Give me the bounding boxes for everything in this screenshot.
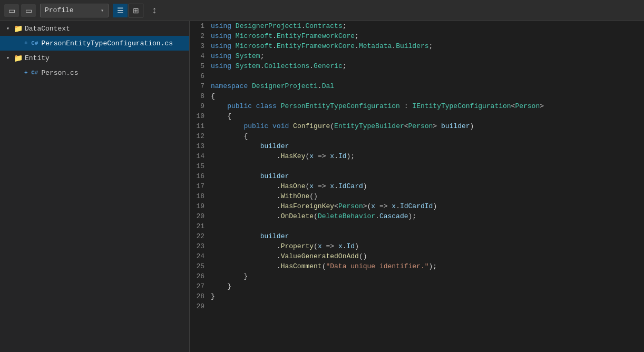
sidebar: ▾ 📁 DataContext + C# PersonEntityTypeCon… [0, 21, 190, 352]
code-line-26: 26 } [190, 271, 644, 281]
code-lines: 1 using DesignerProject1.Contracts; 2 us… [190, 21, 644, 311]
code-line-14: 14 .HasKey(x => x.Id); [190, 151, 644, 161]
entity-chevron: ▾ [4, 55, 12, 61]
entity-folder[interactable]: ▾ 📁 Entity [0, 51, 189, 65]
code-line-1: 1 using DesignerProject1.Contracts; [190, 21, 644, 31]
code-line-10: 10 { [190, 111, 644, 121]
code-line-28: 28 } [190, 291, 644, 301]
datacontext-chevron: ▾ [4, 25, 12, 32]
code-line-15: 15 [190, 161, 644, 171]
code-line-27: 27 } [190, 281, 644, 291]
person-cs-badge: + C# [24, 70, 38, 76]
entity-folder-icon: 📁 [14, 54, 23, 63]
code-line-9: 9 public class PersonEntityTypeConfigura… [190, 101, 644, 111]
code-line-16: 16 builder [190, 171, 644, 181]
datacontext-folder-icon: 📁 [14, 24, 23, 33]
code-line-20: 20 .OnDelete(DeleteBehavior.Cascade); [190, 211, 644, 221]
code-line-3: 3 using Microsoft.EntityFrameworkCore.Me… [190, 41, 644, 51]
code-line-12: 12 { [190, 131, 644, 141]
code-line-19: 19 .HasForeignKey<Person>(x => x.IdCardI… [190, 201, 644, 211]
code-line-6: 6 [190, 71, 644, 81]
person-cs-file[interactable]: + C# Person.cs [0, 65, 189, 80]
tree-view-icon: ⊞ [133, 6, 139, 15]
datacontext-folder[interactable]: ▾ 📁 DataContext [0, 21, 189, 36]
code-line-18: 18 .WithOne() [190, 191, 644, 201]
code-line-5: 5 using System.Collections.Generic; [190, 61, 644, 71]
tree-view-btn[interactable]: ⊞ [129, 4, 143, 17]
person-cs-label: Person.cs [41, 69, 78, 77]
profile-dropdown[interactable]: Profile ▾ [40, 4, 109, 17]
code-line-4: 4 using System; [190, 51, 644, 61]
code-line-8: 8 { [190, 91, 644, 101]
code-line-29: 29 [190, 301, 644, 311]
code-line-24: 24 .ValueGeneratedOnAdd() [190, 251, 644, 261]
person-entity-label: PersonEntityTypeConfiguration.cs [41, 40, 173, 47]
sort-icon: ↕ [152, 5, 157, 16]
person-entity-badge: + C# [24, 40, 38, 46]
code-line-21: 21 [190, 221, 644, 231]
toolbar: ▭ ▭ Profile ▾ ☰ ⊞ ↕ [0, 0, 644, 21]
code-line-17: 17 .HasOne(x => x.IdCard) [190, 181, 644, 191]
code-line-2: 2 using Microsoft.EntityFrameworkCore; [190, 31, 644, 41]
code-editor[interactable]: 1 using DesignerProject1.Contracts; 2 us… [190, 21, 644, 352]
toolbar-btn-2[interactable]: ▭ [21, 4, 36, 17]
toolbar-btn-1[interactable]: ▭ [4, 4, 19, 17]
person-entity-file[interactable]: + C# PersonEntityTypeConfiguration.cs [0, 36, 189, 51]
code-line-25: 25 .HasComment("Data unique identifier."… [190, 261, 644, 271]
profile-arrow: ▾ [101, 7, 104, 14]
toolbar-icons: ▭ ▭ [4, 4, 36, 17]
main-area: ▾ 📁 DataContext + C# PersonEntityTypeCon… [0, 21, 644, 352]
code-line-23: 23 .Property(x => x.Id) [190, 241, 644, 251]
list-view-btn[interactable]: ☰ [113, 4, 128, 17]
datacontext-label: DataContext [25, 25, 70, 33]
entity-label: Entity [25, 54, 50, 62]
code-line-7: 7 namespace DesignerProject1.Dal [190, 81, 644, 91]
list-view-icon: ☰ [117, 6, 124, 15]
sort-btn[interactable]: ↕ [148, 4, 161, 17]
code-line-13: 13 builder [190, 141, 644, 151]
profile-label: Profile [45, 6, 74, 14]
view-btn-group: ☰ ⊞ [113, 4, 143, 17]
code-line-11: 11 public void Configure(EntityTypeBuild… [190, 121, 644, 131]
code-line-22: 22 builder [190, 231, 644, 241]
